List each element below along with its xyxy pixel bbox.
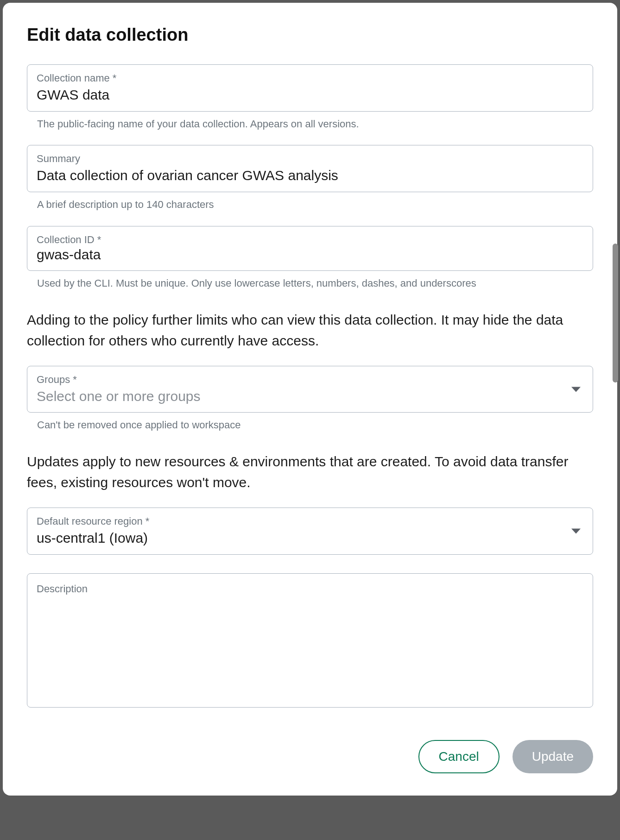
summary-helper: A brief description up to 140 characters — [27, 198, 593, 212]
chevron-down-between-icon — [571, 528, 581, 533]
collection-name-field-wrap: Collection name * The public-facing name… — [27, 64, 593, 131]
groups-label: Groups * — [37, 372, 567, 387]
region-select[interactable]: Default resource region * us-central1 (I… — [27, 508, 593, 555]
collection-name-helper: The public-facing name of your data coll… — [27, 117, 593, 132]
groups-placeholder: Select one or more groups — [37, 387, 567, 406]
collection-id-input-box[interactable]: Collection ID * — [27, 226, 593, 271]
collection-name-label: Collection name * — [37, 70, 583, 86]
region-value: us-central1 (Iowa) — [37, 529, 567, 548]
scrollbar-thumb[interactable] — [613, 244, 618, 382]
groups-select[interactable]: Groups * Select one or more groups — [27, 366, 593, 413]
cancel-button[interactable]: Cancel — [418, 740, 500, 773]
region-field-wrap: Default resource region * us-central1 (I… — [27, 508, 593, 555]
summary-field-wrap: Summary A brief description up to 140 ch… — [27, 145, 593, 212]
collection-id-field-wrap: Collection ID * Used by the CLI. Must be… — [27, 226, 593, 291]
summary-input-box[interactable]: Summary — [27, 145, 593, 192]
collection-id-input[interactable] — [37, 245, 583, 264]
update-button[interactable]: Update — [512, 740, 593, 773]
region-label: Default resource region * — [37, 514, 567, 529]
collection-id-label: Collection ID * — [37, 232, 583, 247]
description-field-wrap: Description — [27, 573, 593, 708]
summary-input[interactable] — [37, 166, 583, 185]
modal-title: Edit data collection — [27, 25, 593, 45]
collection-name-input-box[interactable]: Collection name * — [27, 64, 593, 112]
description-textarea[interactable]: Description — [27, 573, 593, 708]
summary-label: Summary — [37, 151, 583, 166]
collection-id-helper: Used by the CLI. Must be unique. Only us… — [27, 276, 593, 291]
button-row: Cancel Update — [27, 740, 593, 773]
edit-data-collection-modal: Edit data collection Collection name * T… — [3, 3, 617, 796]
groups-field-wrap: Groups * Select one or more groups Can't… — [27, 366, 593, 433]
collection-name-input[interactable] — [37, 86, 583, 105]
policy-note-text: Adding to the policy further limits who … — [27, 309, 593, 351]
description-label: Description — [37, 583, 583, 595]
groups-helper: Can't be removed once applied to workspa… — [27, 418, 593, 433]
chevron-down-icon — [571, 387, 581, 392]
updates-note-text: Updates apply to new resources & environ… — [27, 451, 593, 493]
